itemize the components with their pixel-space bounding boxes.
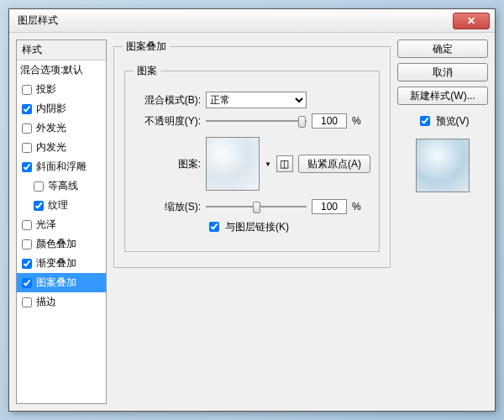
style-item-checkbox[interactable] xyxy=(22,162,32,172)
preview-checkbox[interactable]: 预览(V) xyxy=(417,113,470,129)
style-item-label: 等高线 xyxy=(48,179,78,193)
style-item-checkbox[interactable] xyxy=(22,220,32,230)
style-item-checkbox[interactable] xyxy=(22,104,32,114)
style-item-3[interactable]: 内发光 xyxy=(17,138,106,157)
style-item-checkbox[interactable] xyxy=(22,85,32,95)
right-column: 确定 取消 新建样式(W)... 预览(V) xyxy=(397,39,488,404)
style-item-11[interactable]: 描边 xyxy=(17,292,106,312)
style-item-5[interactable]: 等高线 xyxy=(17,176,106,196)
style-item-label: 外发光 xyxy=(36,121,66,135)
style-item-1[interactable]: 内阴影 xyxy=(17,99,106,118)
pattern-overlay-group: 图案叠加 图案 混合模式(B): 正常 不透明度(Y): xyxy=(113,39,391,268)
style-item-2[interactable]: 外发光 xyxy=(17,118,106,138)
style-list: 样式 混合选项:默认 投影内阴影外发光内发光斜面和浮雕等高线纹理光泽颜色叠加渐变… xyxy=(16,39,107,404)
cancel-button[interactable]: 取消 xyxy=(397,63,488,81)
style-item-label: 纹理 xyxy=(48,198,68,213)
style-item-label: 图案叠加 xyxy=(36,276,76,290)
pattern-subgroup: 图案 混合模式(B): 正常 不透明度(Y): xyxy=(124,64,380,252)
style-item-checkbox[interactable] xyxy=(22,143,32,153)
close-icon: ✕ xyxy=(467,15,475,27)
opacity-unit: % xyxy=(352,115,361,127)
blend-options-label: 混合选项:默认 xyxy=(20,63,83,77)
scale-row: 缩放(S): % xyxy=(134,199,370,214)
new-preset-button[interactable]: ◫ xyxy=(276,155,293,172)
style-item-checkbox[interactable] xyxy=(22,278,32,288)
preview-thumbnail xyxy=(416,139,470,192)
style-item-checkbox[interactable] xyxy=(22,259,32,269)
style-item-label: 内发光 xyxy=(36,140,66,155)
snap-origin-button[interactable]: 贴紧原点(A) xyxy=(298,155,370,173)
blend-mode-select[interactable]: 正常 xyxy=(206,92,307,108)
window-title: 图层样式 xyxy=(14,13,453,28)
pattern-label: 图案: xyxy=(134,157,201,171)
style-item-checkbox[interactable] xyxy=(34,181,44,192)
blend-mode-row: 混合模式(B): 正常 xyxy=(134,92,370,108)
main-panel: 图案叠加 图案 混合模式(B): 正常 不透明度(Y): xyxy=(113,39,391,404)
style-item-0[interactable]: 投影 xyxy=(17,80,106,99)
style-item-label: 内阴影 xyxy=(36,102,66,116)
style-item-label: 投影 xyxy=(36,82,56,97)
ok-button[interactable]: 确定 xyxy=(397,39,488,58)
style-item-label: 渐变叠加 xyxy=(36,256,76,270)
opacity-input[interactable] xyxy=(312,113,347,129)
link-row: 与图层链接(K) xyxy=(134,219,370,234)
layer-style-dialog: 图层样式 ✕ 样式 混合选项:默认 投影内阴影外发光内发光斜面和浮雕等高线纹理光… xyxy=(8,8,496,412)
group-title: 图案叠加 xyxy=(123,39,170,54)
opacity-slider[interactable] xyxy=(206,115,307,127)
chevron-down-icon[interactable]: ▼ xyxy=(265,160,271,168)
new-style-button[interactable]: 新建样式(W)... xyxy=(397,87,488,105)
opacity-row: 不透明度(Y): % xyxy=(134,113,370,129)
opacity-label: 不透明度(Y): xyxy=(134,114,201,129)
style-item-9[interactable]: 渐变叠加 xyxy=(17,254,106,273)
subgroup-title: 图案 xyxy=(134,64,160,78)
scale-slider[interactable] xyxy=(206,201,307,213)
pattern-row: 图案: ▼ ◫ 贴紧原点(A) xyxy=(134,137,370,191)
style-item-label: 斜面和浮雕 xyxy=(36,160,87,174)
style-item-8[interactable]: 颜色叠加 xyxy=(17,234,106,254)
style-item-10[interactable]: 图案叠加 xyxy=(17,273,106,292)
style-item-label: 描边 xyxy=(36,295,56,309)
titlebar: 图层样式 ✕ xyxy=(9,9,495,33)
style-item-checkbox[interactable] xyxy=(22,297,32,307)
style-item-label: 光泽 xyxy=(36,218,56,232)
pattern-swatch[interactable] xyxy=(206,137,260,191)
style-list-header: 样式 xyxy=(17,40,106,60)
close-button[interactable]: ✕ xyxy=(453,13,490,29)
scale-label: 缩放(S): xyxy=(134,200,201,214)
content-area: 样式 混合选项:默认 投影内阴影外发光内发光斜面和浮雕等高线纹理光泽颜色叠加渐变… xyxy=(9,33,495,411)
scale-unit: % xyxy=(352,201,361,213)
document-icon: ◫ xyxy=(280,158,289,170)
link-with-layer-checkbox[interactable]: 与图层链接(K) xyxy=(206,219,289,234)
scale-input[interactable] xyxy=(312,199,347,214)
blend-mode-label: 混合模式(B): xyxy=(134,93,201,108)
style-item-checkbox[interactable] xyxy=(22,239,32,249)
style-item-checkbox[interactable] xyxy=(34,201,44,211)
style-item-7[interactable]: 光泽 xyxy=(17,215,106,234)
style-item-6[interactable]: 纹理 xyxy=(17,196,106,215)
style-item-checkbox[interactable] xyxy=(22,123,32,134)
style-item-4[interactable]: 斜面和浮雕 xyxy=(17,157,106,176)
blend-options-row[interactable]: 混合选项:默认 xyxy=(17,60,106,80)
style-item-label: 颜色叠加 xyxy=(36,237,76,251)
